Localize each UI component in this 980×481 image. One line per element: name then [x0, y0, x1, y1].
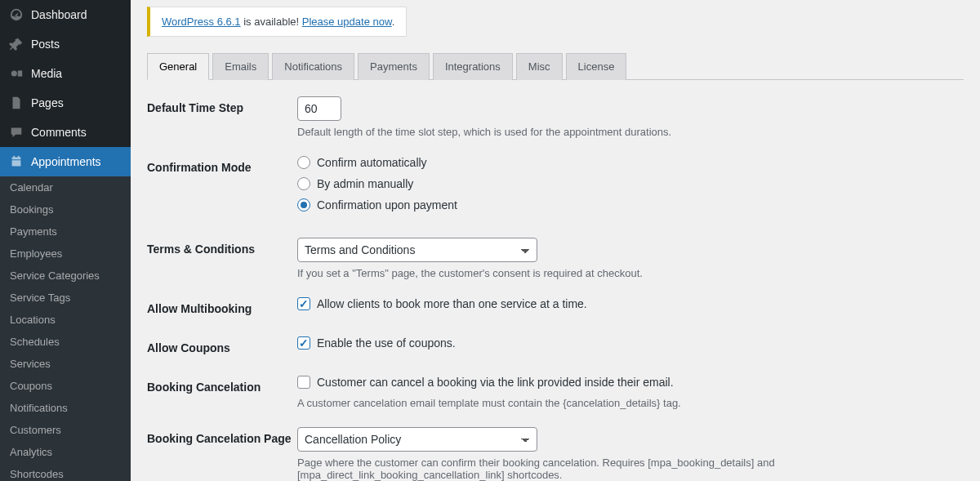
label-cancelation: Booking Cancelation [147, 376, 297, 394]
submenu-item-locations[interactable]: Locations [0, 309, 131, 331]
wp-version-link[interactable]: WordPress 6.6.1 [162, 16, 241, 28]
svg-rect-2 [18, 156, 20, 158]
row-time-step: Default Time Step Default length of the … [147, 96, 964, 138]
label-multibooking: Allow Multibooking [147, 297, 297, 315]
menu-label: Dashboard [31, 8, 87, 21]
label-confirmation: Confirmation Mode [147, 156, 297, 174]
terms-select[interactable]: Terms and Conditions [297, 238, 537, 262]
label-cancelation-page: Booking Cancelation Page [147, 427, 297, 445]
multibooking-checkbox[interactable] [297, 297, 310, 310]
cancelation-page-select[interactable]: Cancellation Policy [297, 427, 537, 452]
tab-notifications[interactable]: Notifications [272, 53, 354, 80]
submenu-item-analytics[interactable]: Analytics [0, 441, 131, 463]
row-multibooking: Allow Multibooking Allow clients to book… [147, 297, 964, 318]
confirmation-radio-label: Confirmation upon payment [317, 198, 457, 212]
cancelation-check-label: Customer can cancel a booking via the li… [317, 376, 674, 389]
label-time-step: Default Time Step [147, 96, 297, 114]
submenu-item-bookings[interactable]: Bookings [0, 198, 131, 220]
submenu: CalendarBookingsPaymentsEmployeesService… [0, 176, 131, 481]
tab-license[interactable]: License [566, 53, 627, 80]
page-icon [8, 95, 24, 111]
tab-emails[interactable]: Emails [212, 53, 269, 80]
submenu-item-schedules[interactable]: Schedules [0, 331, 131, 353]
submenu-item-notifications[interactable]: Notifications [0, 397, 131, 419]
confirmation-radio[interactable] [297, 156, 310, 169]
confirmation-radio-label: By admin manually [317, 177, 413, 190]
multibooking-check-row[interactable]: Allow clients to book more than one serv… [297, 297, 964, 310]
menu-label: Appointments [31, 155, 101, 168]
settings-tabs: GeneralEmailsNotificationsPaymentsIntegr… [147, 53, 964, 80]
confirmation-option[interactable]: Confirm automatically [297, 156, 964, 169]
tab-integrations[interactable]: Integrations [433, 53, 513, 80]
row-confirmation: Confirmation Mode Confirm automaticallyB… [147, 156, 964, 220]
notice-text: is available! [241, 16, 302, 28]
menu-label: Posts [31, 38, 60, 51]
notice-suffix: . [392, 16, 395, 28]
menu-comments[interactable]: Comments [0, 118, 131, 147]
row-cancelation: Booking Cancelation Customer can cancel … [147, 376, 964, 409]
submenu-item-shortcodes[interactable]: Shortcodes [0, 463, 131, 481]
menu-label: Media [31, 67, 62, 80]
svg-point-0 [11, 70, 17, 76]
desc-cancelation: A customer cancelation email template mu… [297, 397, 964, 409]
submenu-item-service-categories[interactable]: Service Categories [0, 265, 131, 287]
pin-icon [8, 36, 24, 52]
menu-label: Pages [31, 96, 64, 109]
menu-media[interactable]: Media [0, 59, 131, 88]
confirmation-radio[interactable] [297, 177, 310, 190]
update-now-link[interactable]: Please update now [302, 16, 392, 28]
cancelation-checkbox[interactable] [297, 376, 310, 389]
tab-general[interactable]: General [147, 53, 209, 80]
confirmation-radio-label: Confirm automatically [317, 156, 427, 169]
multibooking-check-label: Allow clients to book more than one serv… [317, 297, 587, 310]
confirmation-option[interactable]: By admin manually [297, 177, 964, 190]
coupons-check-row[interactable]: Enable the use of coupons. [297, 336, 964, 350]
confirmation-option[interactable]: Confirmation upon payment [297, 198, 964, 212]
coupons-checkbox[interactable] [297, 336, 310, 350]
submenu-item-customers[interactable]: Customers [0, 419, 131, 441]
label-coupons: Allow Coupons [147, 336, 297, 354]
desc-time-step: Default length of the time slot step, wh… [297, 126, 964, 138]
menu-appointments[interactable]: Appointments [0, 147, 131, 176]
menu-posts[interactable]: Posts [0, 29, 131, 59]
submenu-item-employees[interactable]: Employees [0, 243, 131, 265]
main-content: WordPress 6.6.1 is available! Please upd… [131, 0, 980, 481]
menu-pages[interactable]: Pages [0, 88, 131, 118]
svg-rect-1 [13, 156, 15, 158]
row-cancelation-page: Booking Cancelation Page Cancellation Po… [147, 427, 964, 481]
submenu-item-coupons[interactable]: Coupons [0, 375, 131, 397]
dashboard-icon [8, 7, 24, 23]
menu-label: Comments [31, 126, 87, 139]
update-notice: WordPress 6.6.1 is available! Please upd… [147, 7, 407, 37]
submenu-item-calendar[interactable]: Calendar [0, 176, 131, 198]
label-terms: Terms & Conditions [147, 238, 297, 256]
desc-cancelation-page: Page where the customer can confirm thei… [297, 457, 964, 481]
time-step-input[interactable] [297, 96, 341, 121]
menu-dashboard[interactable]: Dashboard [0, 0, 131, 29]
tab-payments[interactable]: Payments [358, 53, 430, 80]
admin-sidebar: Dashboard Posts Media Pages Comments App… [0, 0, 131, 481]
row-terms: Terms & Conditions Terms and Conditions … [147, 238, 964, 279]
desc-terms: If you set a "Terms" page, the customer'… [297, 267, 964, 279]
comment-icon [8, 124, 24, 140]
tab-misc[interactable]: Misc [516, 53, 563, 80]
media-icon [8, 65, 24, 82]
cancelation-check-row[interactable]: Customer can cancel a booking via the li… [297, 376, 964, 389]
coupons-check-label: Enable the use of coupons. [317, 336, 456, 350]
row-coupons: Allow Coupons Enable the use of coupons. [147, 336, 964, 358]
submenu-item-payments[interactable]: Payments [0, 220, 131, 243]
submenu-item-services[interactable]: Services [0, 353, 131, 375]
calendar-icon [8, 154, 24, 170]
submenu-item-service-tags[interactable]: Service Tags [0, 287, 131, 309]
confirmation-radio[interactable] [297, 198, 310, 212]
